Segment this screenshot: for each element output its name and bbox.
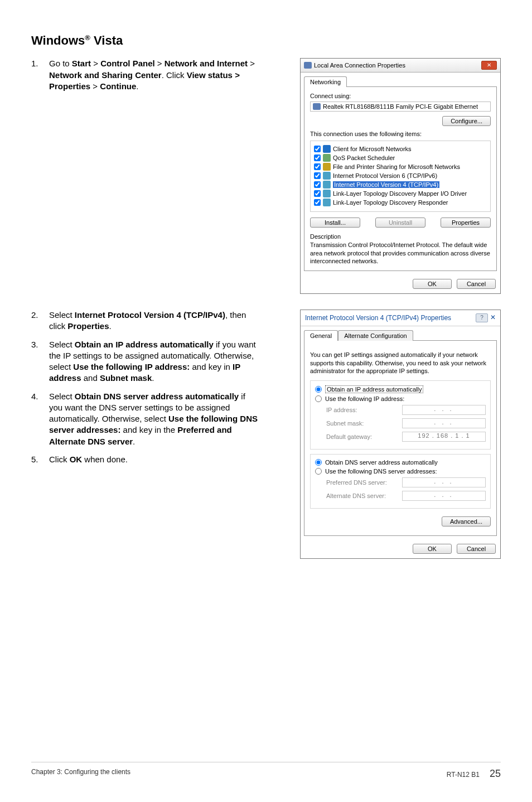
- tab-alternate[interactable]: Alternate Configuration: [338, 330, 413, 341]
- ok-button[interactable]: OK: [413, 279, 452, 289]
- checkbox[interactable]: [314, 172, 321, 179]
- list-item[interactable]: Internet Protocol Version 6 (TCP/IPv6): [314, 171, 487, 180]
- t: and key in the: [120, 425, 177, 434]
- dialog-title: Local Area Connection Properties: [314, 62, 405, 69]
- radio-use-ip[interactable]: Use the following IP address:: [315, 394, 486, 403]
- configure-button[interactable]: Configure...: [442, 116, 491, 126]
- page-number: 25: [490, 768, 501, 780]
- step-4: Select Obtain DNS server address automat…: [31, 391, 260, 447]
- subnet-input: . . .: [402, 418, 486, 428]
- connect-using-label: Connect using:: [310, 93, 491, 99]
- list-item[interactable]: Client for Microsoft Networks: [314, 144, 487, 153]
- radio-label: Use the following IP address:: [325, 395, 404, 402]
- close-button[interactable]: ✕: [481, 61, 497, 70]
- page-title: Windows® Vista: [31, 33, 501, 48]
- t: >: [91, 59, 100, 68]
- preferred-dns-label: Preferred DNS server:: [326, 479, 387, 486]
- t: Start: [72, 59, 91, 68]
- radio[interactable]: [315, 386, 322, 393]
- help-button[interactable]: ?: [476, 313, 488, 322]
- checkbox[interactable]: [314, 199, 321, 206]
- subnet-label: Subnet mask:: [326, 420, 364, 427]
- list-item[interactable]: Internet Protocol Version 4 (TCP/IPv4): [314, 180, 487, 189]
- t: Properties: [67, 321, 109, 331]
- dialog-description: You can get IP settings assigned automat…: [310, 351, 491, 375]
- tab-general[interactable]: General: [304, 330, 338, 341]
- close-button[interactable]: ✕: [490, 313, 496, 322]
- radio[interactable]: [315, 395, 322, 402]
- heading-reg: ®: [85, 33, 90, 42]
- list-item[interactable]: File and Printer Sharing for Microsoft N…: [314, 162, 487, 171]
- t: .: [133, 437, 135, 446]
- client-icon: [323, 145, 331, 153]
- t: Subnet mask: [100, 373, 152, 383]
- connection-items-list: Client for Microsoft Networks QoS Packet…: [310, 141, 491, 212]
- t: Select: [49, 340, 75, 349]
- t: when done.: [82, 455, 128, 464]
- t: . Click: [162, 70, 187, 80]
- item-label-selected: Internet Protocol Version 4 (TCP/IPv4): [333, 181, 439, 188]
- checkbox[interactable]: [314, 154, 321, 161]
- checkbox[interactable]: [314, 163, 321, 170]
- advanced-button[interactable]: Advanced...: [442, 516, 491, 526]
- ip-address-label: IP address:: [326, 407, 357, 413]
- item-label: Client for Microsoft Networks: [333, 146, 412, 152]
- radio-auto-dns[interactable]: Obtain DNS server address automatically: [315, 458, 486, 467]
- list-item[interactable]: Link-Layer Topology Discovery Mapper I/O…: [314, 189, 487, 198]
- list-item[interactable]: QoS Packet Scheduler: [314, 153, 487, 162]
- t: >: [248, 59, 255, 68]
- t: Control Panel: [100, 59, 155, 68]
- radio[interactable]: [315, 468, 322, 475]
- network-icon: [304, 62, 312, 69]
- checkbox[interactable]: [314, 190, 321, 197]
- dialog-titlebar: Internet Protocol Version 4 (TCP/IPv4) P…: [301, 310, 500, 326]
- t: Go to: [49, 59, 72, 68]
- adapter-icon: [313, 103, 321, 110]
- dialog-lan-properties: Local Area Connection Properties ✕ Netwo…: [300, 58, 501, 294]
- cancel-button[interactable]: Cancel: [457, 544, 496, 554]
- step-5: Click OK when done.: [31, 454, 260, 465]
- checkbox[interactable]: [314, 181, 321, 188]
- t: .: [136, 81, 138, 91]
- install-button[interactable]: Install...: [310, 218, 360, 228]
- qos-icon: [323, 154, 331, 162]
- radio-use-dns[interactable]: Use the following DNS server addresses:: [315, 467, 486, 476]
- step-3: Select Obtain an IP address automaticall…: [31, 339, 260, 384]
- t: Select: [49, 310, 75, 320]
- footer-model: RT-N12 B1: [447, 771, 480, 779]
- alternate-dns-input: . . .: [402, 491, 486, 501]
- item-label: File and Printer Sharing for Microsoft N…: [333, 163, 460, 170]
- preferred-dns-input: . . .: [402, 477, 486, 487]
- item-label: Internet Protocol Version 6 (TCP/IPv6): [333, 172, 437, 179]
- gateway-label: Default gateway:: [326, 433, 372, 440]
- protocol-icon: [323, 181, 331, 189]
- item-label: Link-Layer Topology Discovery Mapper I/O…: [333, 190, 467, 197]
- step-1: Go to Start > Control Panel > Network an…: [31, 58, 260, 92]
- radio-auto-ip[interactable]: Obtain an IP address automatically: [315, 384, 486, 394]
- checkbox[interactable]: [314, 146, 321, 152]
- t: Use the following IP address:: [73, 362, 190, 371]
- t: Continue: [100, 81, 136, 91]
- radio-label: Use the following DNS server addresses:: [325, 468, 437, 475]
- protocol-icon: [323, 172, 331, 180]
- t: Internet Protocol Version 4 (TCP/IPv4): [75, 310, 225, 320]
- t: and: [81, 373, 100, 383]
- gateway-input: 192 . 168 . 1 . 1: [402, 432, 486, 442]
- t: Network and Sharing Center: [49, 70, 162, 80]
- list-item[interactable]: Link-Layer Topology Discovery Responder: [314, 198, 487, 207]
- adapter-name: Realtek RTL8168B/8111B Family PCI-E Giga…: [323, 103, 478, 110]
- radio-label: Obtain an IP address automatically: [325, 385, 423, 393]
- t: >: [90, 81, 100, 91]
- cancel-button[interactable]: Cancel: [457, 279, 496, 289]
- item-label: Link-Layer Topology Discovery Responder: [333, 199, 448, 206]
- properties-button[interactable]: Properties: [441, 218, 491, 228]
- fileshare-icon: [323, 163, 331, 171]
- t: OK: [70, 455, 83, 464]
- dialog-title: Internet Protocol Version 4 (TCP/IPv4) P…: [305, 314, 451, 322]
- t: Click: [49, 455, 70, 464]
- radio[interactable]: [315, 459, 322, 466]
- tab-networking[interactable]: Networking: [304, 76, 347, 87]
- heading-suffix: Vista: [90, 33, 123, 47]
- t: Obtain an IP address automatically: [75, 340, 214, 349]
- ok-button[interactable]: OK: [413, 544, 452, 554]
